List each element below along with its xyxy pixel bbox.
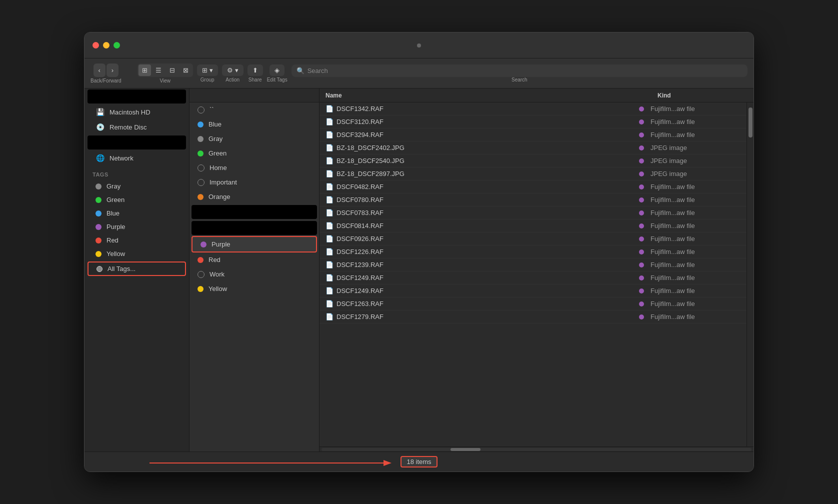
sidebar-item-tag-blue[interactable]: Blue: [88, 207, 186, 220]
action-button[interactable]: ⚙ ▾: [222, 64, 244, 76]
file-row[interactable]: 📄 BZ-18_DSCF2897.JPG JPEG image: [320, 168, 746, 180]
file-kind: JPEG image: [650, 144, 740, 152]
file-color-dot: [639, 250, 644, 254]
green-label: Green: [208, 150, 226, 157]
middle-tag-important[interactable]: Important: [190, 175, 319, 190]
sidebar-item-network[interactable]: 🌐 Network: [88, 151, 186, 165]
file-row[interactable]: 📄 DSCF0780.RAF Fujifilm...aw file: [320, 194, 746, 206]
file-row[interactable]: 📄 DSCF0783.RAF Fujifilm...aw file: [320, 206, 746, 220]
file-name: 📄 DSCF3294.RAF: [326, 131, 636, 138]
file-name-text: DSCF0482.RAF: [336, 183, 384, 190]
file-scrollbar[interactable]: [746, 102, 754, 446]
file-row[interactable]: 📄 DSCF1263.RAF Fujifilm...aw file: [320, 298, 746, 310]
gray-dot: [198, 136, 204, 142]
file-row[interactable]: 📄 DSCF0814.RAF Fujifilm...aw file: [320, 220, 746, 232]
middle-tag-green[interactable]: Green: [190, 146, 319, 160]
gear-icon: ⚙: [227, 66, 233, 74]
grid-icon: ⊞: [202, 66, 208, 74]
icon-view-button[interactable]: ⊞: [138, 64, 151, 76]
file-name: 📄 DSCF1249.RAF: [326, 287, 636, 294]
sidebar-item-remote-disc[interactable]: 💿 Remote Disc: [88, 120, 186, 134]
file-name: 📄 DSCF0814.RAF: [326, 222, 636, 230]
file-color-dot: [639, 224, 644, 228]
list-view-button[interactable]: ☰: [152, 64, 165, 76]
items-count-badge: 18 items: [400, 456, 437, 468]
sidebar-item-tag-gray[interactable]: Gray: [88, 180, 186, 192]
file-document-icon: 📄: [326, 248, 334, 256]
gallery-view-button[interactable]: ⊠: [180, 64, 192, 76]
middle-panel: `` Blue Gray Green Home: [190, 88, 320, 452]
middle-tag-red[interactable]: Red: [190, 252, 319, 267]
file-kind: Fujifilm...aw file: [650, 235, 740, 242]
file-name: 📄 DSCF0926.RAF: [326, 235, 636, 242]
file-row[interactable]: 📄 DSCF0482.RAF Fujifilm...aw file: [320, 180, 746, 194]
maximize-button[interactable]: [114, 42, 120, 48]
green-tag-dot: [96, 197, 102, 203]
file-name: 📄 DSCF3120.RAF: [326, 118, 636, 126]
column-view-button[interactable]: ⊟: [166, 64, 178, 76]
file-name: 📄 DSCF1279.RAF: [326, 313, 636, 320]
middle-tag-purple[interactable]: Purple: [192, 236, 317, 252]
file-name: 📄 BZ-18_DSCF2402.JPG: [326, 144, 636, 152]
purple-label: Purple: [212, 240, 230, 248]
file-kind: Fujifilm...aw file: [650, 118, 740, 126]
file-list-header: Name Kind: [320, 88, 754, 102]
sidebar-item-all-tags[interactable]: All Tags...: [88, 262, 186, 276]
file-name-text: DSCF0780.RAF: [336, 196, 384, 204]
forward-button[interactable]: ›: [106, 64, 118, 77]
file-row[interactable]: 📄 DSCF1226.RAF Fujifilm...aw file: [320, 246, 746, 258]
file-row[interactable]: 📄 DSCF1239.RAF Fujifilm...aw file: [320, 258, 746, 272]
file-row[interactable]: 📄 DSCF3120.RAF Fujifilm...aw file: [320, 116, 746, 128]
file-color-dot: [639, 158, 644, 164]
finder-window: ‹ › Back/Forward ⊞ ☰ ⊟ ⊠ View ⊞ ▾ Group: [84, 32, 754, 472]
edit-tags-button[interactable]: ◈: [270, 64, 284, 76]
sidebar-item-tag-purple[interactable]: Purple: [88, 220, 186, 233]
file-kind: Fujifilm...aw file: [650, 183, 740, 190]
search-input[interactable]: [308, 67, 742, 74]
work-radio: [198, 271, 204, 278]
share-button[interactable]: ⬆: [248, 64, 263, 76]
middle-tag-orange[interactable]: Orange: [190, 190, 319, 204]
sidebar-item-tag-green[interactable]: Green: [88, 194, 186, 206]
edit-tags-label: Edit Tags: [267, 77, 288, 82]
file-row[interactable]: 📄 DSCF3294.RAF Fujifilm...aw file: [320, 128, 746, 142]
file-name-text: DSCF1249.RAF: [336, 287, 384, 294]
file-row[interactable]: 📄 DSCF0926.RAF Fujifilm...aw file: [320, 232, 746, 246]
horizontal-scrollbar[interactable]: [320, 446, 754, 452]
share-section: ⬆ Share: [248, 64, 263, 82]
file-color-dot: [639, 106, 644, 112]
file-row[interactable]: 📄 DSCF1249.RAF Fujifilm...aw file: [320, 284, 746, 298]
file-color-dot: [639, 302, 644, 306]
middle-tag-blue[interactable]: Blue: [190, 117, 319, 132]
file-row[interactable]: 📄 BZ-18_DSCF2402.JPG JPEG image: [320, 142, 746, 154]
important-radio: [198, 179, 204, 186]
file-name: 📄 DSCF1239.RAF: [326, 261, 636, 268]
file-kind: Fujifilm...aw file: [650, 287, 740, 294]
file-kind: Fujifilm...aw file: [650, 274, 740, 282]
middle-tag-home[interactable]: Home: [190, 160, 319, 175]
file-row[interactable]: 📄 BZ-18_DSCF2540.JPG JPEG image: [320, 154, 746, 168]
nav-label: Back/Forward: [90, 78, 122, 84]
file-kind: Fujifilm...aw file: [650, 209, 740, 216]
middle-tag-yellow[interactable]: Yellow: [190, 282, 319, 296]
file-row[interactable]: 📄 DSCF1342.RAF Fujifilm...aw file: [320, 102, 746, 116]
minimize-button[interactable]: [103, 42, 110, 48]
search-section: 🔍 Search: [292, 64, 748, 82]
file-name-text: DSCF3294.RAF: [336, 131, 384, 138]
sidebar-item-tag-red[interactable]: Red: [88, 234, 186, 246]
middle-tag-backtick[interactable]: ``: [190, 102, 319, 117]
group-button[interactable]: ⊞ ▾: [197, 64, 218, 76]
file-kind: Fujifilm...aw file: [650, 222, 740, 230]
sidebar-item-tag-yellow[interactable]: Yellow: [88, 248, 186, 260]
back-button[interactable]: ‹: [94, 64, 106, 77]
close-button[interactable]: [92, 42, 99, 48]
file-row[interactable]: 📄 DSCF1279.RAF Fujifilm...aw file: [320, 310, 746, 324]
file-row[interactable]: 📄 DSCF1249.RAF Fujifilm...aw file: [320, 272, 746, 284]
search-label: Search: [512, 77, 528, 82]
search-icon: 🔍: [296, 67, 304, 74]
file-color-dot: [639, 184, 644, 190]
middle-tag-gray[interactable]: Gray: [190, 132, 319, 146]
middle-tag-work[interactable]: Work: [190, 267, 319, 282]
sidebar-item-macintosh-hd[interactable]: 💾 Macintosh HD: [88, 105, 186, 119]
file-document-icon: 📄: [326, 313, 334, 320]
